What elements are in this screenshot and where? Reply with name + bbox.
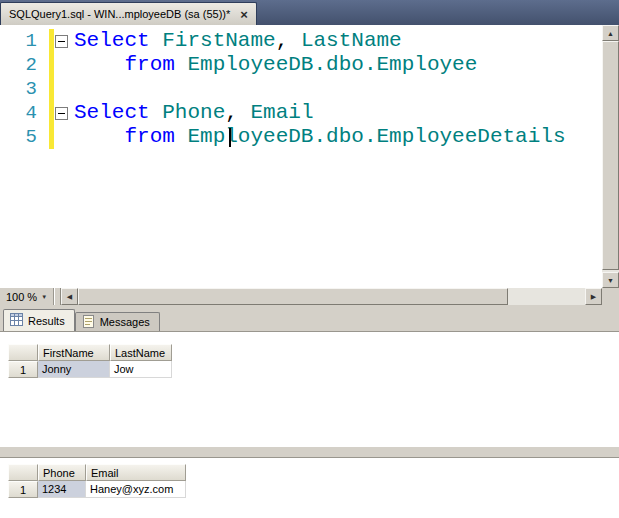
fold-collapse-icon[interactable] [55, 35, 68, 48]
horizontal-scroll-thumb[interactable] [78, 288, 508, 305]
document-tab-strip: SQLQuery1.sql - WIN...mployeeDB (sa (55)… [0, 0, 619, 25]
splitter-handle[interactable] [54, 288, 61, 305]
code-lines: 1 Select FirstName, LastName 2 from Empl… [0, 29, 602, 149]
code-token [74, 125, 124, 148]
grid-cell[interactable]: Jow [110, 361, 172, 378]
column-header[interactable]: LastName [110, 344, 172, 361]
code-line[interactable]: 2 from EmployeeDB.dbo.Employee [0, 53, 602, 77]
results-tab-strip: Results Messages [3, 309, 160, 331]
code-token [74, 53, 124, 76]
column-header[interactable]: Email [86, 464, 186, 481]
code-token: Phone [162, 101, 225, 124]
line-number: 5 [0, 126, 46, 148]
result-grid-1: FirstName LastName 1 Jonny Jow [8, 344, 172, 378]
code-text: from EmployeeDB.dbo.Employee [74, 53, 477, 77]
code-text: Select Phone, Email [74, 101, 313, 125]
code-token: Email [250, 101, 313, 124]
line-number: 3 [0, 78, 46, 100]
document-tab-title: SQLQuery1.sql - WIN...mployeeDB (sa (55)… [9, 8, 230, 20]
code-token: EmployeeDB.dbo.EmployeeDetails [187, 125, 565, 148]
grid-cell[interactable]: Jonny [38, 361, 110, 378]
code-area[interactable]: 1 Select FirstName, LastName 2 from Empl… [0, 25, 602, 288]
messages-icon [82, 315, 95, 330]
fold-collapse-icon[interactable] [55, 107, 68, 120]
code-token: FirstName [162, 29, 275, 52]
text-caret [229, 128, 231, 147]
scroll-right-icon[interactable]: ▶ [585, 288, 602, 305]
grid-header-row: FirstName LastName [8, 344, 172, 361]
vertical-scroll-thumb[interactable] [602, 41, 619, 270]
code-token [175, 125, 188, 148]
zoom-level: 100 % [6, 291, 37, 303]
code-line[interactable]: 1 Select FirstName, LastName [0, 29, 602, 53]
code-token: Select [74, 29, 150, 52]
code-token: Select [74, 101, 150, 124]
grid-cell[interactable]: 1234 [38, 481, 86, 498]
scrollbar-corner [602, 288, 619, 305]
horizontal-scrollbar: 100 % ▼ ◀ ▶ [0, 288, 602, 305]
table-row: 1 1234 Haney@xyz.com [8, 481, 186, 498]
code-token: , [276, 29, 301, 52]
scroll-down-icon[interactable]: ▼ [602, 272, 619, 288]
line-number: 1 [0, 30, 46, 52]
grid-cell[interactable]: Haney@xyz.com [86, 481, 186, 498]
document-tab[interactable]: SQLQuery1.sql - WIN...mployeeDB (sa (55)… [0, 2, 257, 25]
code-token [150, 29, 163, 52]
code-text: Select FirstName, LastName [74, 29, 402, 53]
code-token: from [124, 53, 174, 76]
code-line[interactable]: 4 Select Phone, Email [0, 101, 602, 125]
code-token: , [225, 101, 250, 124]
row-header[interactable]: 1 [8, 361, 38, 378]
code-token: from [124, 125, 174, 148]
results-grid-icon [10, 313, 23, 328]
column-header[interactable]: Phone [38, 464, 86, 481]
scroll-up-icon[interactable]: ▲ [602, 25, 619, 41]
line-number: 4 [0, 102, 46, 124]
code-token: LastName [301, 29, 402, 52]
sql-editor: 1 Select FirstName, LastName 2 from Empl… [0, 25, 619, 305]
code-token [150, 101, 163, 124]
tab-messages[interactable]: Messages [75, 312, 160, 331]
line-number: 2 [0, 54, 46, 76]
result-grid-2: Phone Email 1 1234 Haney@xyz.com [8, 464, 186, 498]
tab-close-icon[interactable]: × [240, 8, 248, 21]
code-line[interactable]: 3 [0, 77, 602, 101]
code-text: from EmployeeDB.dbo.EmployeeDetails [74, 125, 566, 149]
table-row: 1 Jonny Jow [8, 361, 172, 378]
tab-results[interactable]: Results [3, 309, 75, 331]
results-pane: Results Messages FirstName LastName 1 Jo… [0, 305, 619, 518]
result-grid-panel-2: Phone Email 1 1234 Haney@xyz.com [0, 457, 619, 518]
code-line[interactable]: 5 from EmployeeDB.dbo.EmployeeDetails [0, 125, 602, 149]
grid-header-row: Phone Email [8, 464, 186, 481]
row-header[interactable]: 1 [8, 481, 38, 498]
result-grid-panel-1: FirstName LastName 1 Jonny Jow [0, 331, 619, 447]
tab-messages-label: Messages [100, 316, 150, 328]
tab-results-label: Results [28, 315, 65, 327]
scroll-left-icon[interactable]: ◀ [61, 288, 78, 305]
grid-corner-header[interactable] [8, 344, 38, 361]
column-header[interactable]: FirstName [38, 344, 110, 361]
chevron-down-icon: ▼ [41, 294, 47, 300]
grid-corner-header[interactable] [8, 464, 38, 481]
horizontal-scroll-track[interactable] [78, 288, 585, 305]
zoom-control[interactable]: 100 % ▼ [0, 288, 54, 305]
code-token [175, 53, 188, 76]
vertical-scrollbar[interactable]: ▲ ▼ [602, 25, 619, 288]
code-token: EmployeeDB.dbo.Employee [187, 53, 477, 76]
